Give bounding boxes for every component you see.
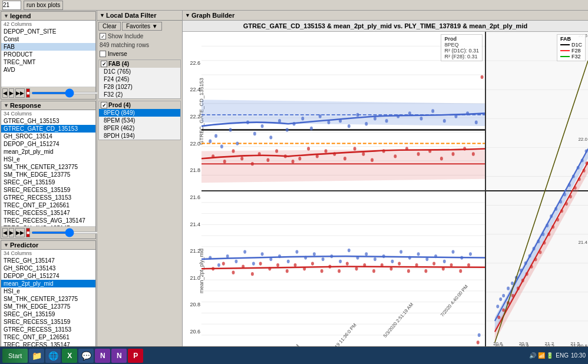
filter-item[interactable]: F28 (1027) (99, 83, 180, 91)
clear-button[interactable]: Clear (98, 22, 121, 31)
list-item[interactable]: TREC_ONT_EP_126561 (1, 201, 95, 209)
svg-point-24 (269, 135, 272, 139)
list-item[interactable]: TREC_GH_135147 (1, 257, 95, 264)
response-ctrl-btn-1[interactable]: ◀ (2, 228, 8, 237)
list-item[interactable]: TREC_NMT (1, 58, 95, 66)
taskbar-time: 10:30 (571, 352, 586, 359)
svg-point-106 (365, 252, 368, 256)
legend-controls: ◀ ▶ ▶▶ ■ (1, 87, 95, 99)
svg-point-116 (452, 250, 455, 253)
response-ctrl-btn-3[interactable]: ▶▶ (15, 228, 25, 237)
list-item[interactable]: mean_2pt_ply_mid (1, 148, 95, 155)
taskbar-app-5[interactable]: N (111, 349, 127, 363)
prod-group-checkbox[interactable] (101, 102, 107, 108)
list-item[interactable]: GTREC_RECESS_13153 (1, 194, 95, 201)
predictor-header[interactable]: ▼ Predictor (1, 241, 95, 250)
legend-ctrl-btn-3[interactable]: ▶▶ (15, 88, 25, 98)
taskbar-app-4[interactable]: N (95, 349, 110, 363)
list-item[interactable]: PRODUCT (1, 51, 95, 58)
list-item[interactable]: GH_SROC_135143 (1, 264, 95, 272)
list-item[interactable]: DEPOP_GH_151274 (1, 272, 95, 280)
taskbar-app-3[interactable]: 💬 (78, 349, 94, 363)
f32-line (560, 56, 570, 57)
svg-point-127 (276, 263, 279, 267)
svg-point-28 (301, 117, 304, 120)
legend-slider[interactable] (31, 92, 107, 94)
list-item[interactable]: GTREC_GATE_CD_135153 (1, 125, 95, 133)
response-list: GTREC_GH_135153 GTREC_GATE_CD_135153 GH_… (1, 117, 95, 226)
list-item[interactable]: GTREC_GH_135153 (1, 117, 95, 125)
list-item[interactable]: TREC_ONT_EP_126561 (1, 333, 95, 341)
list-item[interactable]: DEPOP_ONT_SITE (1, 28, 95, 35)
svg-point-17 (214, 134, 217, 138)
fab-group-checkbox[interactable] (101, 61, 107, 67)
inverse-label: Inverse (108, 51, 127, 57)
svg-point-141 (398, 262, 401, 265)
response-ctrl-btn-4[interactable]: ■ (26, 228, 30, 237)
inverse-checkbox[interactable] (100, 51, 106, 57)
list-item[interactable]: GTREC_RECESS_13153 (1, 326, 95, 333)
response-ctrl-btn-2[interactable]: ▶ (9, 228, 14, 237)
filter-group-fab-header[interactable]: FAB (4) (99, 60, 180, 68)
graph-header: ▼ Graph Builder (183, 11, 588, 21)
list-item[interactable]: AVD (1, 66, 95, 74)
start-button[interactable]: Start (2, 349, 28, 363)
f28-label: F28 (572, 48, 581, 54)
svg-point-41 (431, 109, 434, 112)
list-item[interactable]: mean_2pt_ply_mid (1, 280, 95, 287)
svg-point-22 (253, 132, 256, 135)
svg-point-31 (328, 121, 331, 124)
show-checkbox[interactable] (100, 33, 106, 39)
graph-content-area: 22.6 22.4 22.2 22.0 21.8 21.6 21.4 21.2 … (183, 32, 588, 350)
response-slider[interactable] (31, 231, 107, 234)
list-item[interactable]: SM_THK_CENTER_123775 (1, 295, 95, 303)
legend-ctrl-btn-4[interactable]: ■ (26, 88, 30, 98)
taskbar-app-6[interactable]: P (128, 349, 143, 363)
graph-header-arrow: ▼ (185, 12, 190, 18)
list-item[interactable]: GH_SROC_13514 (1, 133, 95, 140)
legend-ctrl-btn-1[interactable]: ◀ (2, 88, 8, 98)
filter-item[interactable]: 8PEM (534) (99, 117, 180, 124)
run-box-plots-button[interactable]: run box plots (24, 1, 63, 10)
taskbar-language: ENG (556, 352, 569, 359)
svg-point-39 (408, 111, 411, 115)
filter-group-prod-header[interactable]: Prod (4) (99, 101, 180, 109)
list-item[interactable]: SREC_RECESS_135159 (1, 186, 95, 194)
list-item[interactable]: SREC_RECESS_135159 (1, 318, 95, 326)
filter-item[interactable]: 8PEQ (849) (99, 109, 180, 117)
list-item[interactable]: SREC_GH_135159 (1, 310, 95, 318)
svg-point-35 (365, 122, 368, 125)
list-item[interactable]: FAB (1, 43, 95, 51)
list-item[interactable]: SM_THK_CENTER_123775 (1, 163, 95, 171)
x-axis-right-bottom: 20.6 20.9 21.2 21.5 (485, 341, 588, 346)
legend-ctrl-btn-2[interactable]: ▶ (9, 88, 14, 98)
filter-item[interactable]: 8PDH (194) (99, 132, 180, 140)
svg-point-63 (362, 152, 365, 155)
fab-legend-label: FAB (560, 36, 582, 42)
list-item[interactable]: SREC_GH_135159 (1, 178, 95, 186)
list-item[interactable]: DEPOP_GH_151274 (1, 140, 95, 148)
svg-point-16 (209, 140, 212, 143)
list-item[interactable]: HSI_e (1, 155, 95, 163)
taskbar-app-1[interactable]: 📁 (29, 349, 44, 363)
spinbox-input[interactable] (2, 1, 21, 10)
list-item[interactable]: HSI_e (1, 287, 95, 295)
legend-header[interactable]: ▼ legend (1, 12, 95, 21)
list-item[interactable]: TREC_RECESS_135147 (1, 209, 95, 217)
list-item[interactable]: Const (1, 35, 95, 43)
svg-point-92 (243, 250, 246, 253)
svg-point-40 (420, 117, 423, 120)
list-item[interactable]: SM_THK_EDGE_123775 (1, 303, 95, 310)
svg-point-144 (424, 269, 427, 273)
filter-item[interactable]: 8PER (462) (99, 124, 180, 132)
filter-item[interactable]: F24 (245) (99, 75, 180, 83)
svg-point-134 (338, 269, 341, 273)
list-item[interactable]: TREC_RECESS_AVG_135147 (1, 217, 95, 224)
response-header[interactable]: ▼ Response (1, 101, 95, 110)
filter-item[interactable]: D1C (765) (99, 68, 180, 75)
list-item[interactable]: SM_THK_EDGE_123775 (1, 171, 95, 178)
taskbar-app-excel[interactable]: X (62, 349, 77, 363)
filter-item[interactable]: F32 (2) (99, 91, 180, 98)
favorites-button[interactable]: Favorites ▼ (122, 22, 162, 31)
taskbar-app-2[interactable]: 🌐 (45, 349, 61, 363)
